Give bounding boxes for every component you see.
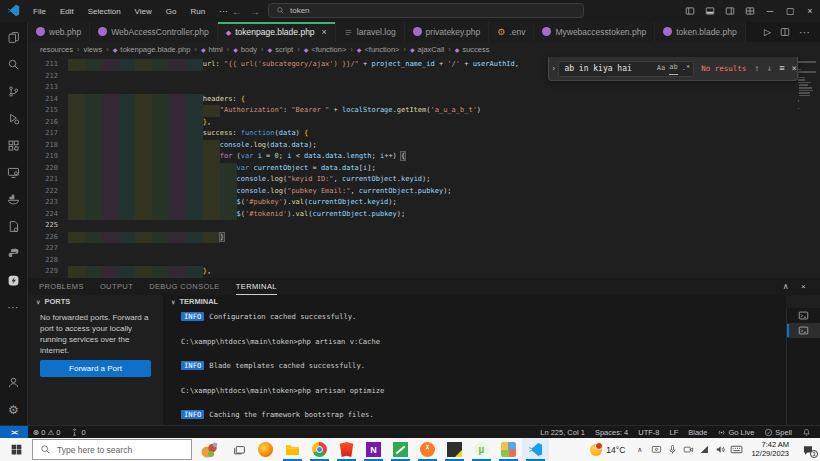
taskbar-search[interactable]: Type here to search <box>32 439 192 460</box>
status-indentation[interactable]: Spaces: 4 <box>590 426 633 438</box>
taskbar-app-brave[interactable] <box>333 438 360 461</box>
code-line[interactable]: 213 <box>28 82 820 94</box>
editor-tab[interactable]: privatekey.php <box>405 22 490 42</box>
taskbar-app-firefox[interactable] <box>252 438 279 461</box>
network-icon[interactable] <box>698 438 711 461</box>
weather-widget[interactable]: 14°C <box>584 444 631 456</box>
find-input[interactable]: ab in kiya hai Aa ab .* <box>558 61 694 77</box>
minimize-button[interactable]: ─ <box>760 0 780 22</box>
run-icon[interactable]: ▷ <box>764 27 771 37</box>
code-line[interactable]: 227 <box>28 243 820 255</box>
status-encoding[interactable]: UTF-8 <box>633 426 664 438</box>
find-next-icon[interactable]: ↓ <box>767 63 772 75</box>
thunder-client-icon[interactable] <box>0 267 27 294</box>
split-editor-icon[interactable] <box>780 27 790 37</box>
code-line[interactable]: 225 <box>28 220 820 232</box>
code-line[interactable]: 215"Authorization": "Bearer " + localSto… <box>28 105 820 117</box>
menu-file[interactable]: File <box>26 7 53 16</box>
status-spell[interactable]: Spell <box>759 426 797 438</box>
toggle-secondary-sidebar-icon[interactable] <box>720 0 740 22</box>
taskbar-app-photos[interactable] <box>495 438 522 461</box>
editor-tab[interactable]: WebAccessController.php <box>90 22 218 42</box>
breadcrumb-item[interactable]: ◆ajaxCall <box>410 45 444 54</box>
panel-tab-terminal[interactable]: TERMINAL <box>236 278 277 295</box>
editor-tab[interactable]: ◆tokenpage.blade.php× <box>218 22 336 42</box>
tab-close-icon[interactable]: × <box>322 27 327 37</box>
breadcrumb-item[interactable]: ◆html <box>201 45 223 54</box>
forward-port-button[interactable]: Forward a Port <box>40 360 151 377</box>
code-line[interactable]: 228 <box>28 255 820 267</box>
breadcrumb-item[interactable]: ◆<function> <box>304 45 347 54</box>
menu-selection[interactable]: Selection <box>81 7 128 16</box>
taskbar-app-chrome[interactable] <box>306 438 333 461</box>
nav-forward-icon[interactable]: → <box>250 6 260 17</box>
code-line[interactable]: 221console.log("keyid ID:", currentObjec… <box>28 174 820 186</box>
code-line[interactable]: 229}, <box>28 266 820 278</box>
status-language-mode[interactable]: Blade <box>683 426 712 438</box>
editor-tab[interactable]: Mywebaccesstoken.php <box>534 22 655 42</box>
restore-button[interactable]: ▢ <box>780 0 800 22</box>
search-highlights-icon[interactable] <box>192 438 226 461</box>
source-control-icon[interactable] <box>0 78 27 105</box>
menu-edit[interactable]: Edit <box>53 7 81 16</box>
taskbar-clock[interactable]: 7:42 AM 12/29/2023 <box>744 441 796 458</box>
taskbar-app-notepad[interactable] <box>441 438 468 461</box>
docker-icon[interactable] <box>0 186 27 213</box>
status-ports[interactable]: 0 <box>65 426 90 438</box>
settings-icon[interactable]: ⚙ <box>0 396 27 423</box>
breadcrumb-item[interactable]: ◆<function> <box>357 45 400 54</box>
more-icon[interactable]: ⋯ <box>799 26 811 39</box>
editor-tab[interactable]: laravel.log <box>336 22 405 42</box>
taskbar-app-utorrent[interactable]: µ <box>468 438 495 461</box>
display-icon[interactable] <box>650 438 663 461</box>
find-in-selection-icon[interactable]: ≡ <box>779 63 784 75</box>
editor-tab[interactable]: token.blade.php <box>655 22 746 42</box>
python-icon[interactable] <box>0 240 27 267</box>
extensions-icon[interactable] <box>0 132 27 159</box>
code-line[interactable]: 214headers: { <box>28 94 820 106</box>
touch-keyboard-icon[interactable] <box>730 438 743 461</box>
remote-indicator[interactable]: >< <box>0 426 28 438</box>
terminal-instance[interactable] <box>787 323 820 338</box>
code-line[interactable]: 220var currentObject = data.data[i]; <box>28 163 820 175</box>
find-previous-icon[interactable]: ↑ <box>754 63 759 75</box>
match-case-icon[interactable]: Aa <box>657 63 665 75</box>
taskbar-app-xampp[interactable]: ᕁ <box>414 438 441 461</box>
status-problems[interactable]: ⊗ 0 ⚠ 0 <box>28 426 65 438</box>
status-go-live[interactable]: Go Live <box>712 426 759 438</box>
microphone-icon[interactable] <box>666 438 679 461</box>
close-button[interactable]: × <box>800 0 820 22</box>
run-debug-icon[interactable] <box>0 105 27 132</box>
menu-run[interactable]: Run <box>183 7 212 16</box>
regex-icon[interactable]: .* <box>682 63 690 75</box>
customize-layout-icon[interactable] <box>740 0 760 22</box>
editor-tab[interactable]: ⚙.env <box>489 22 534 42</box>
menu-more[interactable]: ⋯ <box>212 7 234 16</box>
status-line-col[interactable]: Ln 225, Col 1 <box>535 426 590 438</box>
breadcrumb-item[interactable]: resources <box>40 45 73 54</box>
breadcrumb-item[interactable]: ◆script <box>268 45 294 54</box>
breadcrumb-item[interactable]: ◆success <box>455 45 490 54</box>
find-expand-icon[interactable]: › <box>549 63 558 75</box>
panel-tab-output[interactable]: OUTPUT <box>100 278 133 295</box>
toggle-sidebar-icon[interactable] <box>680 0 700 22</box>
terminal-instance[interactable] <box>787 308 820 323</box>
taskbar-app-greenshot[interactable] <box>387 438 414 461</box>
menu-go[interactable]: Go <box>159 7 184 16</box>
task-view-button[interactable] <box>226 438 252 461</box>
search-icon[interactable] <box>0 51 27 78</box>
code-line[interactable]: 218console.log(data.data); <box>28 140 820 152</box>
camera-icon[interactable] <box>682 438 695 461</box>
breadcrumb-item[interactable]: ◆body <box>233 45 257 54</box>
toggle-panel-icon[interactable] <box>700 0 720 22</box>
terminal-view[interactable]: ∨ TERMINAL INFOConfiguration cached succ… <box>163 295 786 425</box>
minimap[interactable] <box>790 57 814 278</box>
volume-icon[interactable] <box>714 438 727 461</box>
explorer-icon[interactable] <box>0 24 27 51</box>
taskbar-app-vscode[interactable] <box>522 438 549 461</box>
account-icon[interactable] <box>0 369 27 396</box>
code-line[interactable]: 222console.log("pubkey Email:", currentO… <box>28 186 820 198</box>
taskbar-app-onenote[interactable]: N <box>360 438 387 461</box>
status-eol[interactable]: LF <box>665 426 684 438</box>
code-line[interactable]: 226} <box>28 232 820 244</box>
